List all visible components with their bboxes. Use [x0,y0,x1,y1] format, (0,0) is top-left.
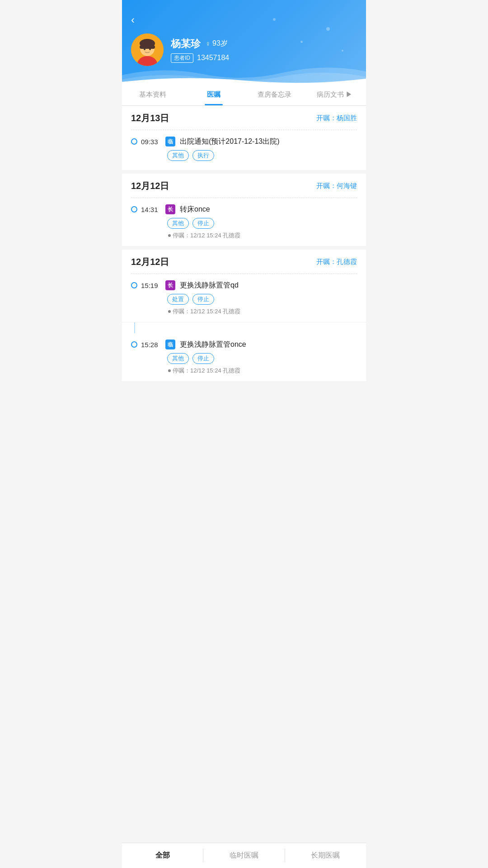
order-main-row: 09:33 临 出院通知(预计2017-12-13出院) [131,137,357,146]
order-name: 转床once [180,205,357,214]
day-label: 12月12日 [131,180,169,192]
tab-orders[interactable]: 医嘱 [183,84,244,105]
tab-bar: 基本资料 医嘱 查房备忘录 病历文书 ▶ [122,84,366,106]
patient-info: 杨某珍 ♀ 93岁 患者ID 13457184 [131,33,357,84]
order-time: 15:28 [141,341,161,349]
deco-dot [273,18,276,21]
order-item[interactable]: 15:19 长 更换浅静脉置管qd 处置 停止 停嘱：12/12 15:24 孔… [122,274,366,322]
tab-rounds[interactable]: 查房备忘录 [244,84,305,105]
patient-id-number: 13457184 [197,54,229,62]
order-type-badge: 长 [165,204,175,214]
order-type-badge: 临 [165,137,175,146]
tag-stop: 停止 [192,353,214,364]
tags-row: 其他 执行 [131,150,357,161]
tag-process: 处置 [167,294,189,305]
day-section-1212-b: 12月12日 开嘱：孔德霞 15:19 长 更换浅静脉置管qd 处置 停 [122,250,366,381]
day-label: 12月13日 [131,112,169,124]
order-item[interactable]: 15:28 临 更换浅静脉置管once 其他 停止 停嘱：12/12 15:24… [122,333,366,381]
time-dot: 15:28 [131,341,161,349]
day-header-1212b: 12月12日 开嘱：孔德霞 [122,250,366,274]
order-name: 出院通知(预计2017-12-13出院) [180,137,357,146]
tag-stop: 停止 [192,218,214,229]
stop-info: 停嘱：12/12 15:24 孔德霞 [131,231,357,240]
day-section-1212-a: 12月12日 开嘱：何海键 14:31 长 转床once 其他 停止 停嘱：12 [122,174,366,246]
time-dot: 15:19 [131,282,161,289]
svg-point-6 [149,48,151,50]
order-name: 更换浅静脉置管once [180,340,357,349]
patient-id-badge: 患者ID [171,53,193,63]
timeline-dot [131,206,137,212]
order-group: 15:19 长 更换浅静脉置管qd 处置 停止 停嘱：12/12 15:24 孔… [122,274,366,381]
gender-icon: ♀ [205,40,211,48]
content-area: 12月13日 开嘱：杨国胜 09:33 临 出院通知(预计2017-12-13出… [122,106,366,412]
stop-dot [168,310,171,313]
svg-rect-4 [140,45,155,49]
day-doctor: 开嘱：何海键 [316,182,357,190]
timeline-dot [131,282,137,288]
tags-row: 其他 停止 [131,218,357,229]
patient-age: 93岁 [212,39,228,48]
order-type-badge: 临 [165,340,175,349]
order-type-badge: 长 [165,280,175,290]
timeline-dot [131,138,137,145]
tab-more-icon: ▶ [346,90,354,98]
day-header-1212a: 12月12日 开嘱：何海键 [122,174,366,198]
stop-dot [168,234,171,237]
deco-dot [326,27,330,31]
tag-stop: 停止 [192,294,214,305]
tags-row: 其他 停止 [131,353,357,364]
svg-point-5 [144,48,145,50]
patient-name: 杨某珍 [171,37,201,51]
order-item[interactable]: 14:31 长 转床once 其他 停止 停嘱：12/12 15:24 孔德霞 [122,198,366,246]
tag-other: 其他 [167,218,189,229]
tags-row: 处置 停止 [131,294,357,305]
order-main-row: 14:31 长 转床once [131,204,357,214]
order-time: 14:31 [141,206,161,213]
order-item[interactable]: 09:33 临 出院通知(预计2017-12-13出院) 其他 执行 [122,130,366,170]
day-label: 12月12日 [131,256,169,268]
day-section-1213: 12月13日 开嘱：杨国胜 09:33 临 出院通知(预计2017-12-13出… [122,106,366,170]
order-time: 09:33 [141,138,161,146]
tag-other: 其他 [167,150,189,161]
time-dot: 14:31 [131,206,161,213]
patient-details: 杨某珍 ♀ 93岁 患者ID 13457184 [171,37,229,63]
bottom-spacer [122,385,366,412]
day-header-1213: 12月13日 开嘱：杨国胜 [122,106,366,130]
timeline-dot [131,341,137,348]
tab-records[interactable]: 病历文书 ▶ [305,84,366,105]
tab-basic[interactable]: 基本资料 [122,84,183,105]
order-main-row: 15:19 长 更换浅静脉置管qd [131,280,357,290]
header: ‹ 杨某珍 ♀ [122,0,366,84]
stop-info: 停嘱：12/12 15:24 孔德霞 [131,307,357,316]
day-doctor: 开嘱：杨国胜 [316,114,357,123]
time-dot: 09:33 [131,138,161,146]
day-doctor: 开嘱：孔德霞 [316,258,357,266]
avatar [131,33,164,66]
stop-dot [168,369,171,372]
tag-execute: 执行 [192,150,214,161]
back-button[interactable]: ‹ [131,14,135,26]
tag-other: 其他 [167,353,189,364]
order-main-row: 15:28 临 更换浅静脉置管once [131,340,357,349]
order-name: 更换浅静脉置管qd [180,281,357,290]
order-time: 15:19 [141,282,161,289]
stop-info: 停嘱：12/12 15:24 孔德霞 [131,367,357,375]
patient-gender-age: ♀ 93岁 [205,39,228,48]
timeline-connector [134,322,135,333]
